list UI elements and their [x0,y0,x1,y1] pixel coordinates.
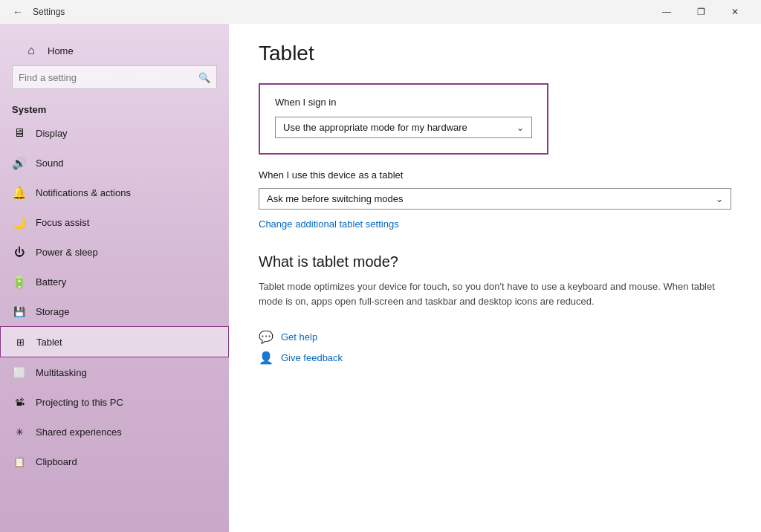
focus-icon: 🌙 [12,215,27,230]
sidebar-item-clipboard[interactable]: 📋 Clipboard [0,447,229,476]
search-icon: 🔍 [198,72,210,83]
window-title: Settings [33,7,650,17]
sidebar-item-tablet[interactable]: ⊞ Tablet [0,326,229,357]
sidebar-item-notifications[interactable]: 🔔 Notifications & actions [0,178,229,207]
back-button[interactable]: ← [9,3,27,21]
search-box: 🔍 [12,65,217,89]
sidebar-item-sound-label: Sound [36,158,64,169]
get-help-item[interactable]: 💬 Get help [259,329,731,344]
sidebar-item-tablet-label: Tablet [36,337,62,348]
sidebar-item-display-label: Display [36,128,68,139]
system-section-label: System [0,95,229,118]
sign-in-dropdown-value: Use the appropriate mode for my hardware [283,122,467,133]
feedback-item[interactable]: 👤 Give feedback [259,350,731,365]
search-input[interactable] [19,72,194,83]
sidebar-item-sound[interactable]: 🔊 Sound [0,148,229,178]
feedback-icon: 👤 [259,350,273,365]
sidebar-item-battery-label: Battery [36,276,66,288]
additional-settings-link[interactable]: Change additional tablet settings [259,218,399,230]
battery-icon: 🔋 [12,274,27,289]
notifications-icon: 🔔 [12,185,27,200]
sidebar-item-focus-label: Focus assist [36,217,89,228]
tablet-use-dropdown[interactable]: Ask me before switching modes ⌄ [259,188,731,210]
sound-icon: 🔊 [12,155,27,170]
close-button[interactable]: ✕ [718,0,752,24]
get-help-icon: 💬 [259,329,273,344]
tablet-use-dropdown-arrow: ⌄ [716,194,723,204]
sidebar-item-projecting[interactable]: 📽 Projecting to this PC [0,387,229,417]
sidebar-item-clipboard-label: Clipboard [36,456,77,467]
sidebar-item-multitasking[interactable]: ⬜ Multitasking [0,357,229,387]
window-controls: — ❐ ✕ [650,0,752,24]
help-section: 💬 Get help 👤 Give feedback [259,329,731,365]
info-text: Tablet mode optimizes your device for to… [259,279,731,308]
sidebar-item-home-label: Home [48,45,74,56]
sidebar-item-shared-label: Shared experiences [36,426,122,438]
power-icon: ⏻ [12,244,27,259]
sign-in-dropdown[interactable]: Use the appropriate mode for my hardware… [275,117,532,138]
display-icon: 🖥 [12,126,27,140]
sidebar-item-storage[interactable]: 💾 Storage [0,296,229,326]
tablet-icon: ⊞ [13,334,27,349]
info-title: What is tablet mode? [259,253,731,270]
tablet-use-label: When I use this device as a tablet [259,169,731,181]
home-icon: ⌂ [24,43,39,58]
sidebar-item-multitasking-label: Multitasking [36,367,87,378]
sidebar-item-battery[interactable]: 🔋 Battery [0,267,229,296]
sidebar-item-shared[interactable]: ✳ Shared experiences [0,417,229,447]
sidebar-item-home[interactable]: ⌂ Home [12,36,217,65]
main-layout: ⌂ Home 🔍 System 🖥 Display 🔊 Sound 🔔 Noti… [0,24,761,532]
projecting-icon: 📽 [12,395,27,409]
tablet-use-section: When I use this device as a tablet Ask m… [259,169,731,210]
sidebar-item-projecting-label: Projecting to this PC [36,397,123,408]
sidebar-item-focus[interactable]: 🌙 Focus assist [0,207,229,237]
sidebar-header: ⌂ Home 🔍 [0,24,229,95]
multitasking-icon: ⬜ [12,365,27,380]
tablet-use-dropdown-value: Ask me before switching modes [267,193,404,204]
sign-in-label: When I sign in [275,97,532,108]
clipboard-icon: 📋 [12,454,27,469]
minimize-button[interactable]: — [650,0,684,24]
content-area: Tablet When I sign in Use the appropriat… [229,24,761,532]
feedback-link[interactable]: Give feedback [281,352,343,363]
sidebar: ⌂ Home 🔍 System 🖥 Display 🔊 Sound 🔔 Noti… [0,24,229,532]
sign-in-dropdown-arrow: ⌄ [516,123,524,133]
sidebar-item-notifications-label: Notifications & actions [36,187,131,198]
sidebar-item-power[interactable]: ⏻ Power & sleep [0,237,229,267]
sidebar-item-display[interactable]: 🖥 Display [0,118,229,148]
titlebar: ← Settings — ❐ ✕ [0,0,761,24]
restore-button[interactable]: ❐ [684,0,718,24]
page-title: Tablet [259,42,731,65]
shared-icon: ✳ [12,424,27,439]
info-section: What is tablet mode? Tablet mode optimiz… [259,253,731,308]
sign-in-section: When I sign in Use the appropriate mode … [259,83,548,155]
sidebar-item-storage-label: Storage [36,306,70,317]
get-help-link[interactable]: Get help [281,331,317,343]
storage-icon: 💾 [12,304,27,319]
sidebar-item-power-label: Power & sleep [36,247,98,258]
